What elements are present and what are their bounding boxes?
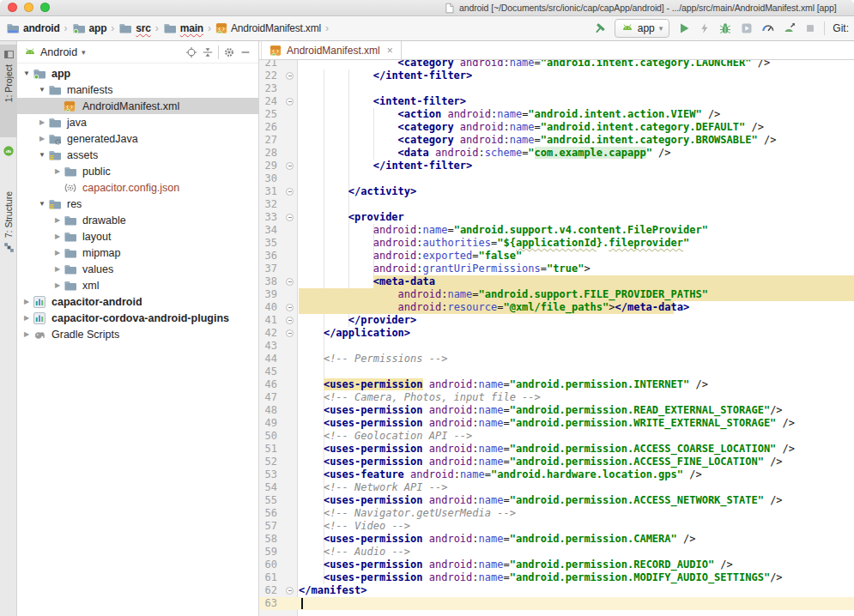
fold-marker-icon[interactable]: [286, 214, 294, 221]
zoom-window-button[interactable]: [40, 3, 50, 12]
tree-item[interactable]: ▶xml: [17, 277, 258, 293]
code-line[interactable]: </intent-filter>: [299, 160, 854, 172]
tree-expand-arrow-icon[interactable]: ▶: [36, 135, 48, 142]
code-line[interactable]: [299, 365, 854, 378]
tool-tab-project[interactable]: 1: Project: [0, 45, 17, 137]
tree-expand-arrow-icon[interactable]: ▶: [51, 249, 64, 257]
project-view-selector[interactable]: Android: [40, 46, 77, 58]
hide-panel-icon[interactable]: [239, 46, 251, 58]
code-line[interactable]: <category android:name="android.intent.c…: [299, 134, 854, 147]
breadcrumb-item[interactable]: AndroidManifest.xml: [215, 22, 321, 34]
tool-tab-structure[interactable]: 7: Structure: [0, 187, 17, 297]
code-line[interactable]: </activity>: [299, 185, 854, 198]
tree-expand-arrow-icon[interactable]: ▶: [51, 167, 64, 175]
code-line[interactable]: </manifest>: [299, 584, 854, 597]
tree-item[interactable]: ▶layout: [17, 228, 258, 245]
code-line[interactable]: <data android:scheme="com.example.capapp…: [299, 147, 854, 160]
tree-expand-arrow-icon[interactable]: ▶: [51, 216, 64, 224]
fold-marker-icon[interactable]: [286, 98, 294, 106]
apply-changes-icon[interactable]: [699, 22, 711, 34]
code-line[interactable]: android:exported="false": [299, 250, 854, 263]
fold-marker-icon[interactable]: [286, 162, 294, 170]
tree-item[interactable]: capacitor.config.json: [17, 179, 258, 196]
tree-expand-arrow-icon[interactable]: ▼: [36, 86, 48, 94]
code-line[interactable]: [299, 172, 854, 185]
code-line[interactable]: <uses-permission android:name="android.p…: [299, 378, 854, 391]
code-line[interactable]: <category android:name="android.intent.c…: [299, 60, 854, 69]
editor-body[interactable]: 2122232425262728293031323334353637383940…: [259, 60, 854, 616]
tree-item[interactable]: AndroidManifest.xml: [17, 98, 258, 114]
code-line[interactable]: <uses-permission android:name="android.p…: [299, 404, 854, 417]
code-line[interactable]: <!-- Geolocation API -->: [299, 430, 854, 443]
code-line[interactable]: <meta-data: [299, 275, 854, 288]
tree-item[interactable]: ▶capacitor-cordova-android-plugins: [17, 310, 258, 326]
tree-item[interactable]: ▶mipmap: [17, 245, 258, 261]
tree-item[interactable]: ▼res: [17, 196, 258, 212]
tree-item[interactable]: ▼app: [17, 65, 258, 82]
run-button[interactable]: [677, 21, 691, 35]
chevron-down-icon[interactable]: ▾: [82, 48, 86, 57]
code-line[interactable]: <!-- Camera, Photos, input file -->: [299, 391, 854, 404]
code-line[interactable]: android:grantUriPermissions="true">: [299, 263, 854, 275]
code-line[interactable]: <uses-permission android:name="android.p…: [299, 533, 854, 546]
code-line[interactable]: android:name="android.support.v4.content…: [299, 224, 854, 237]
code-line[interactable]: <uses-permission android:name="android.p…: [299, 417, 854, 430]
fold-marker-icon[interactable]: [286, 587, 294, 595]
code-line[interactable]: android:resource="@xml/file_paths"></met…: [299, 301, 854, 314]
run-configuration-select[interactable]: app ▾: [615, 19, 670, 38]
tree-expand-arrow-icon[interactable]: ▶: [21, 298, 33, 305]
tree-expand-arrow-icon[interactable]: ▶: [21, 330, 33, 338]
tree-item[interactable]: ▶public: [17, 163, 258, 179]
tree-expand-arrow-icon[interactable]: ▶: [51, 265, 64, 273]
tree-item[interactable]: ▼assets: [17, 147, 258, 163]
code-line[interactable]: <uses-permission android:name="android.p…: [299, 494, 854, 507]
breadcrumb-item[interactable]: app: [72, 21, 107, 35]
code-line[interactable]: <uses-permission android:name="android.p…: [299, 571, 854, 584]
fold-marker-icon[interactable]: [286, 304, 294, 311]
tree-item[interactable]: ▶java: [17, 114, 258, 130]
tool-tab-captures[interactable]: [0, 141, 17, 160]
code-line[interactable]: <action android:name="android.intent.act…: [299, 108, 854, 121]
tree-item[interactable]: ▶drawable: [17, 212, 258, 228]
tree-expand-arrow-icon[interactable]: ▶: [21, 314, 33, 322]
code-line[interactable]: [299, 597, 854, 610]
debug-button[interactable]: [718, 21, 732, 35]
tree-item[interactable]: ▼manifests: [17, 82, 258, 98]
breadcrumb-item[interactable]: src: [118, 21, 150, 35]
code-line[interactable]: <uses-permission android:name="android.p…: [299, 443, 854, 456]
git-label[interactable]: Git:: [833, 22, 849, 34]
tree-expand-arrow-icon[interactable]: ▼: [21, 69, 33, 77]
fold-marker-icon[interactable]: [286, 278, 294, 286]
code-line[interactable]: <uses-permission android:name="android.p…: [299, 559, 854, 571]
breadcrumb-item[interactable]: android: [6, 21, 60, 35]
fold-marker-icon[interactable]: [286, 329, 294, 337]
tree-item[interactable]: ▶values: [17, 261, 258, 277]
tree-expand-arrow-icon[interactable]: ▶: [51, 233, 64, 240]
code-line[interactable]: </provider>: [299, 314, 854, 327]
breadcrumb-item[interactable]: main: [163, 21, 203, 35]
code-line[interactable]: <!-- Video -->: [299, 520, 854, 533]
code-line[interactable]: <provider: [299, 211, 854, 224]
code-line[interactable]: [299, 82, 854, 95]
coverage-icon[interactable]: [740, 21, 754, 35]
code-line[interactable]: </application>: [299, 327, 854, 340]
fold-marker-icon[interactable]: [286, 317, 294, 324]
gear-icon[interactable]: [223, 46, 235, 58]
code-line[interactable]: <!-- Permissions -->: [299, 353, 854, 365]
code-line[interactable]: <uses-permission android:name="android.p…: [299, 456, 854, 468]
tab-androidmanifest[interactable]: AndroidManifest.xml ×: [261, 41, 402, 59]
fold-marker-icon[interactable]: [286, 72, 294, 80]
fold-marker-icon[interactable]: [286, 188, 294, 196]
tree-item[interactable]: ▶capacitor-android: [17, 293, 258, 310]
tree-expand-arrow-icon[interactable]: ▶: [36, 118, 48, 126]
collapse-all-icon[interactable]: [202, 46, 214, 58]
code-line[interactable]: android:name="android.support.FILE_PROVI…: [299, 288, 854, 301]
locate-file-icon[interactable]: [185, 46, 197, 58]
code-line[interactable]: [299, 340, 854, 353]
code-line[interactable]: <!-- Audio -->: [299, 546, 854, 559]
tree-expand-arrow-icon[interactable]: ▼: [36, 200, 48, 208]
code-line[interactable]: <intent-filter>: [299, 95, 854, 108]
close-window-button[interactable]: [8, 3, 17, 12]
code-line[interactable]: <uses-feature android:name="android.hard…: [299, 468, 854, 481]
tree-expand-arrow-icon[interactable]: ▶: [51, 281, 64, 289]
